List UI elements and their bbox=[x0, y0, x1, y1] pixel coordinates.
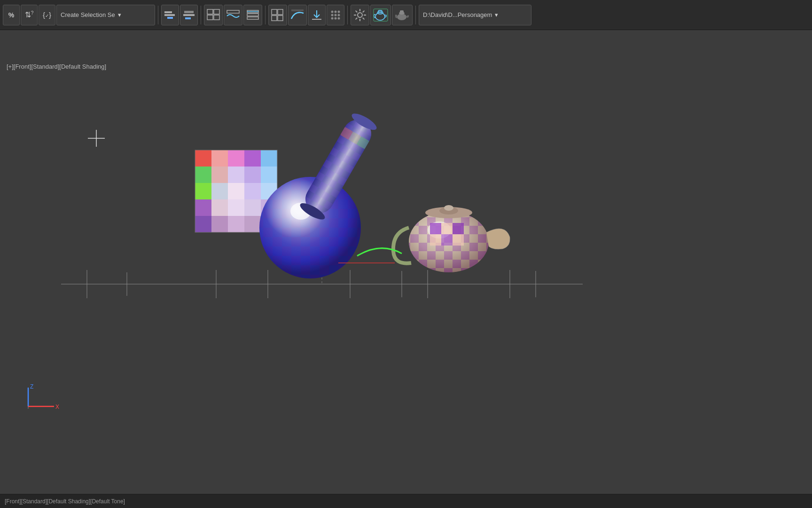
arrows-icon: ⇅? bbox=[25, 10, 34, 19]
svg-rect-60 bbox=[228, 150, 244, 167]
layers-button[interactable] bbox=[243, 5, 262, 25]
viewport-label[interactable]: [+][Front][Standard][Default Shading] bbox=[7, 63, 106, 70]
align-left-icon bbox=[164, 8, 177, 22]
svg-rect-6 bbox=[207, 9, 213, 14]
wave-table-icon bbox=[226, 8, 240, 22]
svg-rect-80 bbox=[228, 216, 244, 232]
dotgrid-button[interactable] bbox=[327, 5, 344, 25]
svg-rect-18 bbox=[278, 16, 283, 21]
svg-rect-8 bbox=[207, 15, 213, 20]
viewport-canvas: Z X bbox=[0, 30, 812, 494]
svg-point-22 bbox=[335, 10, 337, 13]
svg-rect-118 bbox=[430, 234, 441, 246]
svg-rect-13 bbox=[247, 17, 258, 19]
svg-rect-65 bbox=[228, 167, 244, 183]
align-left-button[interactable] bbox=[161, 5, 179, 25]
svg-rect-67 bbox=[261, 167, 277, 183]
svg-point-26 bbox=[338, 14, 340, 16]
download-icon bbox=[310, 8, 323, 22]
svg-point-24 bbox=[331, 14, 334, 16]
align-center-icon bbox=[182, 8, 195, 22]
dotgrid-icon bbox=[329, 8, 342, 22]
grid-view-button[interactable] bbox=[268, 5, 287, 25]
status-text: [Front][Standard][Default Shading][Defau… bbox=[5, 498, 125, 505]
toolbar: % ⇅? {✓} Create Selection Se ▾ bbox=[0, 0, 812, 30]
svg-rect-61 bbox=[244, 150, 261, 167]
layers-icon bbox=[246, 8, 260, 22]
download-button[interactable] bbox=[308, 5, 326, 25]
svg-rect-64 bbox=[211, 167, 228, 183]
viewport[interactable]: [+][Front][Standard][Default Shading] bbox=[0, 30, 812, 494]
svg-line-37 bbox=[363, 10, 365, 12]
svg-point-27 bbox=[331, 17, 334, 19]
svg-rect-45 bbox=[400, 10, 404, 13]
svg-rect-2 bbox=[167, 17, 173, 19]
svg-rect-119 bbox=[441, 234, 453, 246]
svg-point-28 bbox=[335, 17, 337, 19]
svg-rect-71 bbox=[244, 183, 261, 199]
svg-rect-12 bbox=[247, 14, 258, 16]
svg-rect-58 bbox=[195, 150, 211, 167]
svg-rect-75 bbox=[228, 199, 244, 216]
render-preview-icon bbox=[373, 8, 389, 22]
separator-5 bbox=[415, 6, 416, 24]
svg-point-30 bbox=[358, 13, 362, 17]
create-selection-dropdown[interactable]: Create Selection Se ▾ bbox=[56, 5, 155, 25]
settings-button[interactable] bbox=[351, 5, 369, 25]
arrows-button[interactable]: ⇅? bbox=[21, 5, 38, 25]
gear-icon bbox=[353, 8, 367, 22]
svg-rect-3 bbox=[184, 11, 194, 13]
statusbar: [Front][Standard][Default Shading][Defau… bbox=[0, 494, 812, 508]
align-center-button[interactable] bbox=[180, 5, 198, 25]
svg-rect-115 bbox=[430, 223, 441, 234]
svg-rect-70 bbox=[228, 183, 244, 199]
svg-rect-73 bbox=[195, 199, 211, 216]
create-selection-label: Create Selection Se bbox=[61, 11, 115, 18]
path-chevron-icon: ▾ bbox=[495, 11, 498, 18]
path-label: D:\David\D...Personagem bbox=[423, 11, 492, 18]
path-dropdown[interactable]: D:\David\D...Personagem ▾ bbox=[419, 5, 531, 25]
separator-2 bbox=[201, 6, 201, 24]
grid-view-icon bbox=[271, 8, 285, 22]
percent-button[interactable]: % bbox=[3, 5, 20, 25]
svg-point-25 bbox=[335, 14, 337, 16]
script-button[interactable]: {✓} bbox=[39, 5, 55, 25]
svg-rect-7 bbox=[214, 9, 219, 14]
svg-point-29 bbox=[338, 17, 340, 19]
svg-rect-79 bbox=[211, 216, 228, 232]
table1-button[interactable] bbox=[204, 5, 223, 25]
svg-rect-16 bbox=[278, 9, 283, 15]
svg-rect-117 bbox=[453, 223, 464, 234]
svg-line-35 bbox=[356, 10, 358, 12]
svg-rect-74 bbox=[211, 199, 228, 216]
curve-button[interactable] bbox=[288, 5, 307, 25]
svg-rect-15 bbox=[272, 9, 277, 15]
svg-text:X: X bbox=[55, 404, 59, 410]
svg-rect-10 bbox=[227, 10, 239, 13]
svg-point-43 bbox=[397, 14, 406, 20]
svg-rect-68 bbox=[195, 183, 211, 199]
svg-rect-59 bbox=[211, 150, 228, 167]
teapot-icon bbox=[394, 8, 410, 22]
wave-table-button[interactable] bbox=[224, 5, 242, 25]
svg-rect-78 bbox=[195, 216, 211, 232]
svg-rect-17 bbox=[272, 16, 277, 21]
svg-rect-63 bbox=[195, 167, 211, 183]
dropdown-chevron-icon: ▾ bbox=[118, 11, 121, 18]
svg-rect-4 bbox=[183, 14, 195, 16]
svg-point-113 bbox=[444, 205, 453, 211]
render-preview-button[interactable] bbox=[370, 5, 391, 25]
svg-rect-116 bbox=[441, 223, 453, 234]
svg-point-21 bbox=[331, 10, 334, 13]
svg-rect-120 bbox=[453, 234, 464, 246]
svg-rect-0 bbox=[164, 11, 172, 13]
svg-text:Z: Z bbox=[30, 383, 33, 390]
separator-3 bbox=[265, 6, 265, 24]
teapot-button[interactable] bbox=[392, 5, 413, 25]
svg-rect-1 bbox=[164, 14, 175, 16]
svg-rect-76 bbox=[244, 199, 261, 216]
separator-1 bbox=[158, 6, 158, 24]
svg-rect-5 bbox=[185, 17, 191, 19]
svg-rect-9 bbox=[214, 15, 219, 20]
svg-rect-81 bbox=[244, 216, 261, 232]
